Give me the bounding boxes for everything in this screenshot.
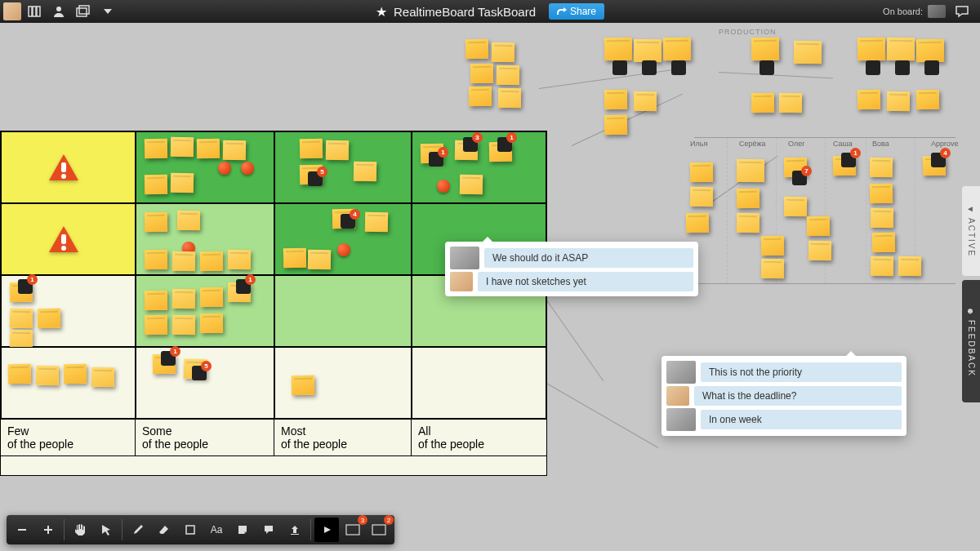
comment-pin[interactable]: 5 — [308, 171, 323, 186]
gallery-icon[interactable] — [72, 0, 95, 23]
comment-pin[interactable]: 4 — [341, 214, 355, 229]
sticky-note[interactable] — [604, 90, 627, 109]
chat-icon[interactable] — [951, 0, 973, 23]
sticky-note[interactable] — [737, 189, 760, 208]
comment-pin[interactable] — [760, 60, 774, 75]
sticky-note[interactable] — [200, 251, 223, 271]
sticky-note[interactable] — [916, 39, 944, 63]
people-icon[interactable] — [47, 0, 70, 23]
pen-tool[interactable] — [126, 518, 150, 542]
frame-notify-2[interactable]: 2 — [367, 518, 391, 542]
presentation-tool[interactable] — [314, 518, 339, 542]
upload-tool[interactable] — [283, 518, 307, 542]
sticky-note[interactable] — [145, 175, 167, 194]
sticky-note[interactable] — [872, 233, 895, 252]
sticky-note[interactable] — [761, 259, 784, 278]
sticky-note[interactable] — [794, 41, 822, 64]
share-button[interactable]: Share — [549, 3, 604, 20]
sticky-note[interactable] — [492, 42, 514, 62]
text-tool[interactable]: Aa — [204, 518, 229, 542]
sticky-note[interactable] — [300, 139, 323, 158]
sticky-note[interactable] — [197, 139, 220, 158]
sticky-note[interactable] — [779, 93, 802, 113]
sticky-note[interactable] — [145, 212, 167, 232]
sticky-note[interactable] — [38, 309, 60, 328]
dropdown-icon[interactable] — [96, 0, 119, 23]
sticky-tool[interactable] — [230, 518, 255, 542]
comment-pin[interactable]: 1 — [497, 137, 512, 152]
sticky-note[interactable] — [145, 139, 167, 158]
feedback-panel-toggle[interactable]: ☻ FEEDBACK — [962, 280, 980, 402]
status-dot[interactable] — [218, 162, 231, 175]
boards-icon[interactable] — [23, 0, 46, 23]
status-dot[interactable] — [241, 162, 254, 175]
sticky-note[interactable] — [308, 250, 331, 269]
sticky-note[interactable] — [870, 184, 893, 203]
shape-tool[interactable] — [178, 518, 203, 542]
sticky-note[interactable] — [469, 87, 492, 106]
board-canvas[interactable]: PRODUCTION 5 — [0, 23, 980, 551]
sticky-note[interactable] — [690, 162, 713, 182]
sticky-note[interactable] — [36, 366, 59, 385]
sticky-note[interactable] — [634, 91, 657, 111]
user-avatar[interactable] — [3, 2, 21, 20]
sticky-note[interactable] — [916, 90, 939, 109]
sticky-note[interactable] — [690, 187, 713, 207]
sticky-note[interactable] — [887, 91, 910, 111]
sticky-note[interactable] — [498, 88, 521, 108]
sticky-note[interactable] — [497, 65, 519, 85]
sticky-note[interactable] — [354, 162, 376, 181]
sticky-note[interactable] — [64, 364, 87, 384]
sticky-note[interactable] — [460, 175, 483, 194]
sticky-note[interactable] — [91, 367, 114, 387]
sticky-note[interactable] — [737, 159, 764, 183]
sticky-note[interactable] — [871, 208, 893, 228]
select-tool[interactable] — [94, 518, 118, 542]
sticky-note[interactable] — [177, 211, 200, 230]
sticky-note[interactable] — [172, 315, 195, 335]
sticky-note[interactable] — [808, 241, 831, 260]
sticky-note[interactable] — [145, 250, 167, 269]
sticky-note[interactable] — [807, 216, 830, 236]
frame-notify-1[interactable]: 3 — [341, 518, 365, 542]
sticky-note[interactable] — [634, 39, 662, 63]
comment-pin[interactable] — [924, 60, 939, 75]
comment-pin[interactable]: 7 — [792, 171, 807, 185]
comment-pin[interactable] — [612, 60, 627, 75]
comment-tool[interactable] — [256, 518, 281, 542]
presence-avatar[interactable] — [928, 5, 946, 18]
sticky-note[interactable] — [663, 38, 691, 61]
comment-pin[interactable]: 1 — [429, 152, 443, 167]
comment-pin[interactable] — [895, 60, 910, 75]
comment-pin[interactable] — [642, 60, 657, 75]
sticky-note[interactable] — [871, 256, 893, 276]
comment-pin[interactable] — [866, 60, 880, 75]
eraser-tool[interactable] — [152, 518, 176, 542]
sticky-note[interactable] — [470, 64, 493, 83]
comment-pin[interactable]: 1 — [18, 279, 33, 294]
sticky-note[interactable] — [145, 291, 167, 310]
sticky-note[interactable] — [292, 375, 314, 395]
sticky-note[interactable] — [228, 250, 251, 269]
sticky-note[interactable] — [870, 158, 893, 177]
comment-pin[interactable]: 1 — [841, 153, 856, 167]
sticky-note[interactable] — [858, 90, 880, 109]
sticky-note[interactable] — [283, 248, 306, 268]
sticky-note[interactable] — [200, 287, 223, 307]
sticky-note[interactable] — [751, 93, 774, 113]
sticky-note[interactable] — [8, 364, 31, 384]
comment-pin[interactable]: 5 — [192, 366, 207, 380]
pan-tool[interactable] — [68, 518, 92, 542]
sticky-note[interactable] — [145, 315, 167, 335]
sticky-note[interactable] — [365, 212, 388, 232]
comment-thread[interactable]: This is not the priority What is the dea… — [662, 356, 906, 436]
zoom-in-button[interactable] — [36, 518, 60, 542]
comment-pin[interactable]: 4 — [931, 153, 946, 167]
sticky-note[interactable] — [172, 289, 195, 309]
active-panel-toggle[interactable]: ◄ ACTIVE — [962, 186, 980, 276]
comment-pin[interactable]: 1 — [236, 279, 251, 294]
sticky-note[interactable] — [200, 313, 223, 333]
sticky-note[interactable] — [858, 38, 885, 61]
zoom-out-button[interactable] — [10, 518, 34, 542]
sticky-note[interactable] — [604, 115, 627, 135]
